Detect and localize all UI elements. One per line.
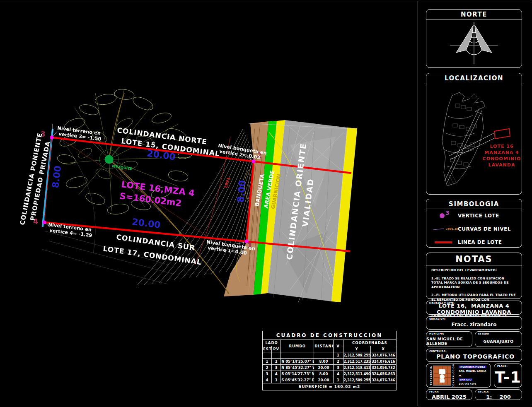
map-callout-text: LOTE 16 MANZANA 4 CONDOMINIO LAVANDA (483, 144, 521, 168)
municipio-value: SAN MIGUEL DE ALLENDE (426, 337, 472, 346)
contour-line-icon (433, 228, 444, 230)
notes-title: NOTAS (426, 253, 522, 265)
svg-text:LAVANDA: LAVANDA (488, 162, 515, 168)
titleblock-contenido: CONTENIDO: PLANO TOPOGRAFICO (426, 349, 522, 362)
sheet-number: T-1 (495, 368, 521, 386)
dim-right: 8.00 (235, 180, 248, 203)
legend-panel: SIMBOLOGIA 3 VERTICE LOTE 1891.10 CURVAS… (426, 199, 522, 248)
company-line: SMA GTO (459, 378, 472, 381)
contour-elevation-label: 1891 (223, 177, 231, 189)
north-panel: NORTE (426, 9, 522, 68)
location-map: LOTE 16 MANZANA 4 CONDOMINIO LAVANDA (426, 83, 522, 193)
map-highlight-lot (494, 129, 510, 139)
contenido-value: PLANO TOPOGRAFICO (436, 353, 515, 360)
titleblock-ubicacion: UBICACION: Fracc. zirandaro (426, 316, 522, 330)
sheet-border-bottom (418, 406, 531, 406)
map-lot-cells (450, 104, 476, 166)
titleblock-lot: MANZANA Y LOTE: LOTE 16, MANZANA 4 CONDO… (426, 301, 522, 315)
panel-divider (418, 1, 418, 406)
legend-item-linea: LINEA DE LOTE (426, 236, 522, 249)
titleblock-municipio: MUNICIPIO SAN MIGUEL DE ALLENDE (426, 331, 472, 347)
company-line: ARQ. MIGUEL GARCIA M. (459, 369, 489, 378)
titleblock-estado: ESTADO GUANAJUATO (475, 331, 522, 347)
dim-left: 8.00 (50, 165, 63, 189)
sheet-border-top (0, 1, 532, 1)
lot-title: LOTE 16,MZA 4 S=160.02m2 (119, 179, 195, 208)
tree-name-label: MEZQUITE (112, 164, 133, 171)
fecha-value: ABRIL 2025 (432, 394, 467, 400)
company-line: 415 155 5173 (459, 382, 489, 386)
vertex-marker-4 (43, 221, 46, 224)
north-title: NORTE (426, 10, 522, 19)
lot-line-icon (435, 241, 452, 243)
table-row: 41 S 85°45'32.27" E20.00 12,312,509.2553… (263, 377, 397, 383)
north-arrow-icon (426, 19, 522, 66)
table-title: CUADRO DE CONSTRUCCION (263, 331, 397, 340)
legend-item-vertice: 3 VERTICE LOTE (426, 209, 522, 222)
table-row: 23 N 85°45'32.27" W20.00 32,312,518.4123… (263, 365, 397, 371)
table-row: 34 S 05°14'27.73" W8.00 42,312,511.49032… (263, 371, 397, 377)
logo-vertical-right: CONSTRUCCION (452, 364, 455, 388)
tree-marker (105, 155, 114, 164)
escala-value: 1: 200 (486, 394, 510, 400)
titleblock-plano: PLANO: T-1 (494, 364, 522, 388)
titleblock-fecha: FECHA: ABRIL 2025 (426, 389, 472, 400)
table-footer: SUPERFICIE = 160.02 m2 (263, 383, 397, 390)
svg-text:MANZANA 4: MANZANA 4 (484, 150, 519, 155)
svg-text:CONDOMINIO: CONDOMINIO (483, 156, 521, 161)
vertex-marker-2 (252, 160, 256, 164)
notes-panel: NOTAS DESCRIPCION DEL LEVANTAMIENTO: 1.-… (426, 253, 522, 299)
titleblock-lot-line2: CONDOMINIO LAVANDA (437, 309, 511, 315)
sheet-border-right (531, 1, 531, 406)
vertex-marker-3 (50, 136, 54, 140)
location-title: LOCALIZACION (426, 73, 522, 83)
titleblock-logo: TOPOGRAFIA CONSTRUCCION INGENIERIA MOBIL… (426, 364, 491, 388)
table-row: 12 N 05°14'25.07" E8.00 22,312,517.23532… (263, 359, 397, 365)
notes-intro: DESCRIPCION DEL LEVANTAMIENTO: (431, 268, 517, 273)
titleblock-escala: ESCALA 1: 200 (475, 389, 522, 400)
logo-vertical-left: TOPOGRAFIA (430, 366, 432, 385)
dim-bottom: 20.00 (131, 217, 161, 230)
topographic-sheet: 1891 (0, 0, 532, 407)
construction-table: CUADRO DE CONSTRUCCION LADO RUMBO DISTAN… (262, 331, 397, 390)
ubicacion-value: Fracc. zirandaro (452, 322, 497, 328)
table-row: 12,312,509.255324,076.746 (263, 352, 397, 359)
company-logo (433, 366, 451, 385)
vertex-dot-icon (440, 213, 445, 218)
company-line: INGENIERIA MOBILE (459, 366, 486, 368)
legend-title: SIMBOLOGIA (426, 199, 522, 209)
note-item: 1.-EL TRAZO SE REALIZO CON ESTACION TOTA… (431, 277, 517, 290)
estado-value: GUANAJUATO (483, 339, 513, 344)
svg-text:LOTE 16: LOTE 16 (490, 144, 513, 149)
location-panel: LOCALIZACION (426, 73, 522, 195)
total-station-icon (433, 366, 451, 384)
legend-item-curvas: 1891.10 CURVAS DE NIVEL (426, 222, 522, 236)
